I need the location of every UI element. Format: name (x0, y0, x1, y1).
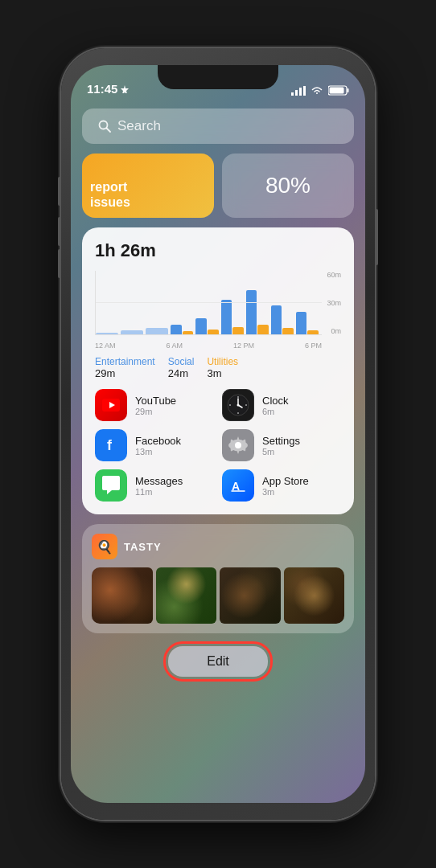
svg-point-18 (237, 412, 239, 414)
search-bar[interactable]: Search (82, 108, 354, 144)
category-social: Social 24m (168, 356, 195, 379)
categories-row: Entertainment 29m Social 24m Utilities 3… (95, 356, 341, 379)
app-settings-time: 5m (262, 447, 300, 457)
bar-group-7 (246, 271, 269, 334)
chart-y-labels: 60m 30m 0m (327, 271, 341, 335)
svg-point-19 (229, 404, 231, 406)
app-messages-time: 11m (135, 487, 183, 497)
battery-icon (328, 85, 349, 96)
svg-rect-7 (330, 88, 344, 94)
search-placeholder: Search (117, 118, 161, 134)
app-facebook-time: 13m (135, 447, 181, 457)
category-social-time: 24m (168, 367, 195, 379)
svg-text:f: f (107, 437, 113, 453)
tasty-images (92, 567, 344, 624)
tasty-logo: 🍳 (92, 534, 117, 559)
notch (158, 65, 278, 89)
bar-group-9 (296, 271, 319, 334)
category-entertainment: Entertainment 29m (95, 356, 155, 379)
bar-group-4 (171, 271, 193, 334)
appstore-icon: A (222, 469, 254, 502)
app-appstore-time: 3m (262, 487, 309, 497)
category-social-label: Social (168, 356, 195, 367)
youtube-icon (95, 389, 127, 421)
bar-group-8 (271, 271, 294, 334)
widget-report-issues[interactable]: report issues (82, 154, 214, 218)
category-utilities-label: Utilities (207, 356, 238, 367)
app-item-messages[interactable]: Messages 11m (95, 469, 214, 502)
svg-line-9 (107, 129, 111, 133)
svg-point-20 (245, 404, 247, 406)
app-item-youtube[interactable]: YouTube 29m (95, 389, 214, 421)
bar-group-2 (121, 271, 143, 334)
widget-yellow-text: report issues (90, 179, 206, 210)
app-clock-time: 6m (262, 407, 289, 416)
location-icon (121, 85, 129, 93)
app-list: YouTube 29m (95, 389, 341, 502)
app-item-settings[interactable]: Settings 5m (222, 429, 341, 461)
status-icons (291, 85, 349, 96)
messages-icon (95, 469, 127, 502)
status-time: 11:45 (87, 82, 129, 96)
edit-section: Edit (82, 646, 354, 677)
app-messages-name: Messages (135, 475, 183, 487)
svg-rect-3 (299, 88, 302, 96)
edit-button-wrapper: Edit (168, 646, 268, 677)
tasty-widget[interactable]: 🍳 TASTY (82, 524, 354, 633)
chart-x-labels: 12 AM 6 AM 12 PM 6 PM (95, 342, 341, 350)
bar-group-5 (195, 271, 218, 334)
wifi-icon (311, 86, 323, 96)
svg-rect-6 (348, 88, 349, 92)
svg-rect-2 (295, 90, 298, 96)
edit-button[interactable]: Edit (168, 646, 268, 677)
app-youtube-name: YouTube (135, 395, 176, 407)
svg-rect-1 (291, 92, 294, 96)
app-youtube-time: 29m (135, 407, 176, 416)
top-widgets-row: report issues 80% (82, 154, 354, 218)
phone-frame: 11:45 (61, 48, 375, 820)
app-item-facebook[interactable]: f Facebook 13m (95, 429, 214, 461)
battery-percentage: 80% (265, 173, 311, 199)
tasty-food-3 (220, 567, 281, 624)
signal-icon (291, 86, 306, 96)
category-utilities-time: 3m (207, 367, 238, 379)
app-item-clock[interactable]: Clock 6m (222, 389, 341, 421)
screen-content: Search report issues 80% 1h 26m (71, 100, 365, 803)
bar-group-6 (221, 271, 244, 334)
app-item-appstore[interactable]: A App Store 3m (222, 469, 341, 502)
category-entertainment-label: Entertainment (95, 356, 155, 367)
search-icon (98, 120, 111, 133)
tasty-name: TASTY (124, 541, 162, 553)
app-facebook-name: Facebook (135, 435, 181, 447)
tasty-food-1 (92, 567, 153, 624)
widget-battery[interactable]: 80% (222, 154, 354, 218)
app-settings-name: Settings (262, 435, 300, 447)
tasty-food-2 (156, 567, 217, 624)
category-entertainment-time: 29m (95, 367, 155, 379)
bar-group-1 (96, 271, 118, 334)
tasty-food-4 (284, 567, 345, 624)
chart-bars (95, 271, 322, 335)
tasty-header: 🍳 TASTY (92, 534, 344, 559)
clock-icon (222, 389, 254, 421)
facebook-icon: f (95, 429, 127, 461)
svg-point-17 (237, 396, 239, 398)
app-clock-name: Clock (262, 395, 289, 407)
app-appstore-name: App Store (262, 475, 309, 487)
screen-time-total: 1h 26m (95, 240, 341, 261)
settings-icon (222, 429, 254, 461)
category-utilities: Utilities 3m (207, 356, 238, 379)
screen-time-chart: 60m 30m 0m (95, 271, 341, 335)
bar-group-3 (146, 271, 168, 334)
svg-marker-0 (121, 85, 129, 93)
svg-rect-4 (303, 86, 306, 96)
screen-time-widget[interactable]: 1h 26m 60m 30m 0m (82, 227, 354, 514)
phone-screen: 11:45 (71, 65, 365, 803)
svg-point-16 (237, 404, 240, 407)
